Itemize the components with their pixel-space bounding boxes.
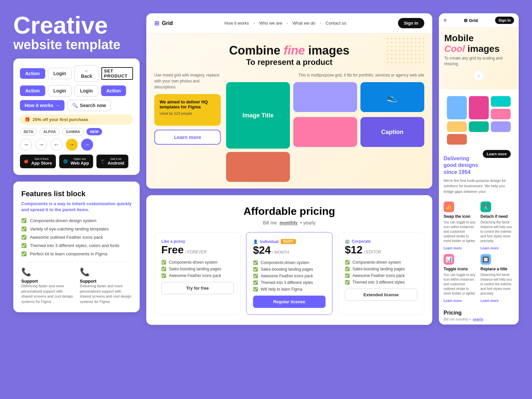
arrow-btn-2[interactable]: → bbox=[35, 139, 47, 151]
price-feature-item: ✅Will help to learn Figma bbox=[253, 287, 326, 292]
nav-how-it-works[interactable]: How it works bbox=[221, 19, 252, 27]
grid-icon: ⊞ bbox=[154, 20, 159, 27]
color-block-yellow bbox=[447, 121, 467, 132]
image-cell-caption: Caption bbox=[360, 117, 424, 147]
image-cell-red bbox=[226, 152, 290, 182]
yellow-card: We aimed to deliver HQ templates for Fig… bbox=[154, 94, 221, 126]
color-block-purple bbox=[491, 121, 511, 132]
feature-link-3[interactable]: Learn more bbox=[444, 299, 462, 303]
nav-who-we-are[interactable]: Who we are bbox=[256, 19, 286, 27]
price-amount-individual: $24 / MONTH bbox=[253, 244, 326, 256]
price-feature-item: ✅Components-driven system bbox=[161, 260, 234, 265]
login-btn-3[interactable]: Login bbox=[74, 85, 98, 96]
mobile-hero-desc: To create any grid by scaling and resizi… bbox=[444, 56, 513, 67]
feature-link-2[interactable]: Learn more bbox=[480, 246, 498, 250]
nav-signin-btn[interactable]: Sign In bbox=[398, 18, 424, 28]
mobile-color-grid bbox=[443, 92, 515, 149]
action-btn-1[interactable]: Action bbox=[20, 68, 45, 79]
price-amount-corporate: $12 / EDITOR bbox=[345, 244, 417, 256]
nav-what-we-do[interactable]: What we do bbox=[289, 19, 319, 27]
pricing-toggle-mini: Bill me monthly • yearly bbox=[444, 317, 514, 321]
phone-icon-1: 📞 bbox=[21, 267, 73, 277]
color-block-green bbox=[491, 96, 511, 107]
arrow-row: → → ← → → bbox=[20, 139, 133, 151]
learn-more-btn[interactable]: Learn more bbox=[154, 130, 221, 145]
nav-dot-1: • bbox=[254, 22, 255, 25]
pricing-yearly-link[interactable]: yearly bbox=[473, 317, 483, 321]
detach-icon: ✂️ bbox=[480, 201, 491, 212]
check-icon-2: ✅ bbox=[21, 226, 27, 231]
price-card-corporate: 🏢 Corporate $12 / EDITOR ✅Components-dri… bbox=[338, 232, 424, 315]
color-block-orange bbox=[447, 134, 467, 145]
price-feature-item: ✅Sales-boosting landing pages bbox=[253, 267, 326, 272]
hero-right: This is multipurpose grid, it fits for p… bbox=[226, 72, 424, 182]
arrow-btn-purple[interactable]: → bbox=[81, 139, 93, 151]
login-btn-2[interactable]: Login bbox=[48, 85, 72, 96]
apple-icon: 🍎 bbox=[24, 159, 29, 164]
mobile-info: Delivering good designs since 1954 We're… bbox=[439, 151, 519, 199]
feature-link-4[interactable]: Learn more bbox=[480, 299, 498, 303]
hero-left-text: Use mixed grid with imagery, replace wit… bbox=[154, 72, 221, 90]
nav-links: How it works • Who we are • What we do •… bbox=[221, 19, 349, 27]
learn-more-pill[interactable]: Learn more bbox=[483, 150, 511, 158]
globe-icon: 🌐 bbox=[63, 159, 68, 164]
mockup-hero: Combine fine images To represent a produ… bbox=[146, 33, 432, 189]
gift-icon: 🎁 bbox=[25, 117, 30, 122]
nav-logo: ⊞ Grid bbox=[154, 20, 173, 27]
search-now-btn[interactable]: 🔍 Search now bbox=[67, 100, 111, 111]
price-cta-individual[interactable]: Regular license bbox=[253, 296, 326, 308]
back-btn[interactable]: ← Back bbox=[74, 65, 99, 82]
android-btn[interactable]: 📱 Get it on Android bbox=[96, 155, 128, 168]
image-grid: Image Title 👟 Caption bbox=[226, 82, 424, 182]
arrow-btn-1[interactable]: → bbox=[20, 139, 32, 151]
left-panel: Creative website template Action Login ←… bbox=[13, 13, 140, 386]
check-icon-1: ✅ bbox=[21, 218, 27, 223]
arrow-btn-3[interactable]: ← bbox=[51, 139, 63, 151]
image-cell-pink bbox=[293, 117, 357, 147]
price-tier-free: Like a pussy bbox=[161, 239, 234, 244]
price-tier-corporate: 🏢 Corporate bbox=[345, 239, 417, 244]
best-badge: BEST! bbox=[281, 239, 296, 244]
brand-label: SET PRODUCT bbox=[101, 67, 133, 80]
mobile-info-desc: We're the first multi-purpose design kit… bbox=[444, 178, 514, 195]
billing-monthly[interactable]: monthly bbox=[280, 220, 298, 225]
price-cta-free[interactable]: Try for free bbox=[161, 282, 234, 294]
hero-line1: Creative bbox=[13, 13, 140, 37]
features-card: Features list block Components is a way … bbox=[13, 182, 140, 312]
promo-bar: 🎁 25% off your first purchase bbox=[20, 114, 133, 125]
how-it-works-btn[interactable]: How it works → bbox=[20, 100, 65, 111]
hamburger-icon[interactable]: ≡ bbox=[444, 17, 447, 23]
mobile-scroll-btn[interactable]: ↓ bbox=[473, 70, 484, 81]
hero-dots-decoration bbox=[386, 37, 426, 63]
nav-contact[interactable]: Contact us bbox=[322, 19, 349, 27]
action-btn-3[interactable]: Action bbox=[101, 85, 126, 96]
arrow-btn-yellow[interactable]: → bbox=[66, 139, 78, 151]
feature-mini-card-1: 👍 Swap the icon You can toggle to any ic… bbox=[444, 201, 477, 251]
feature-mini-card-4: 🔲 Replace a title Detaching the block in… bbox=[480, 254, 514, 303]
badge-new: NEW bbox=[86, 128, 102, 135]
swap-icon: 👍 bbox=[444, 201, 454, 212]
hero-headline: Combine fine images bbox=[154, 43, 424, 58]
appstore-btn[interactable]: 🍎 Get it from App Store bbox=[20, 155, 56, 168]
mobile-signin-btn[interactable]: Sign In bbox=[495, 17, 514, 24]
image-cell-purple bbox=[293, 82, 357, 112]
price-card-individual: 👤 Individual BEST! $24 / MONTH ✅Componen… bbox=[246, 232, 332, 315]
price-features-free: ✅Components-driven system ✅Sales-boostin… bbox=[161, 260, 234, 278]
login-btn-1[interactable]: Login bbox=[48, 68, 72, 79]
feature-item-3: ✅ Awesome outlined Feather icons pack bbox=[21, 235, 132, 240]
check-icon-3: ✅ bbox=[21, 235, 27, 240]
toggle-icon: 📊 bbox=[444, 254, 454, 265]
mobile-hero-title: Mobile bbox=[444, 33, 513, 44]
image-cell-title: Image Title bbox=[226, 82, 290, 149]
price-feature-item: ✅Components-driven system bbox=[253, 260, 326, 265]
feature-link-1[interactable]: Learn more bbox=[444, 246, 462, 250]
price-cta-corporate[interactable]: Extended license bbox=[345, 289, 417, 301]
mobile-grid-icon: ⊞ bbox=[464, 18, 467, 23]
webapp-btn[interactable]: 🌐 Open our Web App bbox=[59, 155, 93, 168]
ui-demo-card: Action Login ← Back SET PRODUCT Action L… bbox=[13, 59, 140, 175]
price-card-free: Like a pussy Free / FOREVER ✅Components-… bbox=[154, 232, 241, 315]
check-icon-4: ✅ bbox=[21, 243, 27, 248]
badge-gamma: GAMMA bbox=[62, 128, 84, 135]
action-btn-2[interactable]: Action bbox=[20, 85, 45, 96]
arrow-right-icon: → bbox=[55, 103, 60, 108]
